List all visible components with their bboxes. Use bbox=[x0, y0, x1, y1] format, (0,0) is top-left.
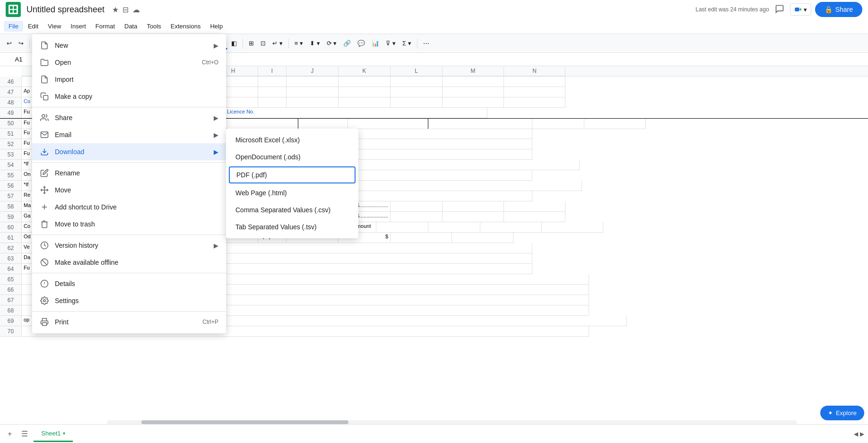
menu-item-import[interactable]: Import bbox=[32, 71, 226, 88]
col-header-m: M bbox=[443, 66, 504, 76]
svg-marker-1 bbox=[799, 8, 801, 11]
download-csv[interactable]: Comma Separated Values (.csv) bbox=[226, 201, 358, 218]
menu-data[interactable]: Data bbox=[120, 21, 142, 32]
last-edit-label: Last edit was 24 minutes ago bbox=[695, 6, 769, 13]
menu-edit[interactable]: Edit bbox=[23, 21, 43, 32]
menu-item-print[interactable]: Print Ctrl+P bbox=[32, 313, 226, 330]
col-header-k: K bbox=[339, 66, 391, 76]
download-pdf[interactable]: PDF (.pdf) bbox=[229, 166, 356, 183]
menu-item-move-trash[interactable]: Move to trash bbox=[32, 216, 226, 233]
menu-item-email[interactable]: Email ▶ bbox=[32, 126, 226, 143]
more-button[interactable]: ⋯ bbox=[420, 38, 432, 49]
function-button[interactable]: Σ ▾ bbox=[399, 38, 414, 49]
import-icon bbox=[40, 75, 49, 84]
new-icon bbox=[40, 41, 49, 50]
horizontal-scrollbar[interactable] bbox=[107, 420, 797, 424]
menu-divider-3 bbox=[32, 235, 226, 235]
download-submenu: Microsoft Excel (.xlsx) OpenDocument (.o… bbox=[226, 129, 358, 238]
menu-item-new[interactable]: New ▶ bbox=[32, 37, 226, 54]
lock-icon: 🔒 bbox=[825, 6, 833, 13]
version-arrow: ▶ bbox=[214, 242, 218, 249]
sheet-tabs: + ☰ Sheet1 ▾ ◀ ▶ bbox=[0, 424, 868, 443]
offline-icon bbox=[40, 258, 49, 267]
menu-item-version-history[interactable]: Version history ▶ bbox=[32, 237, 226, 254]
next-sheet-button[interactable]: ▶ bbox=[860, 431, 864, 437]
add-sheet-button[interactable]: + bbox=[4, 428, 16, 440]
merge-button[interactable]: ⊡ bbox=[258, 38, 269, 49]
add-shortcut-icon bbox=[40, 202, 49, 212]
download-tsv[interactable]: Tab Separated Values (.tsv) bbox=[226, 218, 358, 235]
menu-extensions[interactable]: Extensions bbox=[166, 21, 206, 32]
menu-divider-5 bbox=[32, 311, 226, 312]
comment-inline-button[interactable]: 💬 bbox=[355, 38, 368, 49]
toolbar-divider-6 bbox=[288, 39, 289, 48]
svg-rect-0 bbox=[795, 8, 799, 11]
link-button[interactable]: 🔗 bbox=[340, 38, 354, 49]
menu-bar: File Edit View Insert Format Data Tools … bbox=[0, 19, 868, 34]
sheet-tab-chevron: ▾ bbox=[63, 431, 65, 436]
col-header-j: J bbox=[286, 66, 339, 76]
menu-format[interactable]: Format bbox=[91, 21, 120, 32]
email-icon bbox=[40, 130, 49, 139]
explore-button[interactable]: ✦ Explore bbox=[820, 406, 864, 420]
prev-sheet-button[interactable]: ◀ bbox=[854, 431, 858, 437]
menu-item-offline[interactable]: Make available offline bbox=[32, 254, 226, 271]
svg-point-3 bbox=[42, 114, 45, 117]
menu-item-open[interactable]: Open Ctrl+O bbox=[32, 54, 226, 71]
menu-divider-4 bbox=[32, 273, 226, 273]
share-menu-arrow: ▶ bbox=[214, 114, 218, 122]
border-button[interactable]: ⊞ bbox=[246, 38, 257, 49]
menu-item-add-shortcut[interactable]: Add shortcut to Drive bbox=[32, 199, 226, 216]
move-icon bbox=[40, 185, 49, 195]
folder-icon[interactable]: ⊟ bbox=[122, 5, 129, 14]
chart-button[interactable]: 📊 bbox=[369, 38, 382, 49]
copy-icon bbox=[40, 92, 49, 101]
document-title[interactable]: Untitled spreadsheet bbox=[26, 5, 104, 15]
doc-icons: ★ ⊟ ☁ bbox=[112, 5, 140, 14]
download-ods[interactable]: OpenDocument (.ods) bbox=[226, 148, 358, 165]
menu-item-rename[interactable]: Rename bbox=[32, 165, 226, 182]
wrap-button[interactable]: ↵ ▾ bbox=[269, 38, 286, 49]
rotation-button[interactable]: ⟳ ▾ bbox=[324, 38, 340, 49]
align-button[interactable]: ≡ ▾ bbox=[292, 38, 306, 49]
menu-item-settings[interactable]: Settings bbox=[32, 292, 226, 309]
toolbar-divider-7 bbox=[417, 39, 417, 48]
comment-button[interactable] bbox=[773, 2, 786, 17]
filter-button[interactable]: ⊽ ▾ bbox=[383, 38, 399, 49]
sheet-tab-sheet1[interactable]: Sheet1 ▾ bbox=[34, 426, 72, 442]
print-icon bbox=[40, 317, 49, 327]
menu-item-details[interactable]: Details bbox=[32, 275, 226, 292]
share-button[interactable]: 🔒 Share bbox=[815, 2, 862, 17]
download-html[interactable]: Web Page (.html) bbox=[226, 184, 358, 201]
email-arrow: ▶ bbox=[214, 131, 218, 139]
redo-button[interactable]: ↪ bbox=[16, 38, 26, 49]
menu-view[interactable]: View bbox=[43, 21, 66, 32]
open-icon bbox=[40, 58, 49, 67]
settings-icon bbox=[40, 296, 49, 305]
menu-file[interactable]: File bbox=[4, 21, 23, 32]
sheet-list-button[interactable]: ☰ bbox=[17, 427, 32, 440]
menu-item-move[interactable]: Move bbox=[32, 182, 226, 199]
menu-item-download[interactable]: Download ▶ bbox=[32, 143, 226, 160]
valign-button[interactable]: ⬍ ▾ bbox=[307, 38, 323, 49]
top-bar: Untitled spreadsheet ★ ⊟ ☁ Last edit was… bbox=[0, 0, 868, 19]
download-xlsx[interactable]: Microsoft Excel (.xlsx) bbox=[226, 131, 358, 148]
meet-button[interactable]: ▾ bbox=[790, 3, 811, 16]
menu-item-share[interactable]: Share ▶ bbox=[32, 109, 226, 126]
highlight-button[interactable]: ◧ bbox=[228, 38, 240, 49]
undo-button[interactable]: ↩ bbox=[4, 38, 15, 49]
sheet-nav: ◀ ▶ bbox=[854, 431, 864, 437]
svg-rect-2 bbox=[43, 96, 48, 100]
version-history-icon bbox=[40, 241, 49, 250]
menu-divider-1 bbox=[32, 107, 226, 107]
menu-tools[interactable]: Tools bbox=[142, 21, 165, 32]
star-icon[interactable]: ★ bbox=[112, 5, 119, 14]
scrollbar-thumb[interactable] bbox=[141, 420, 348, 424]
toolbar-divider-1 bbox=[29, 39, 30, 48]
menu-item-make-copy[interactable]: Make a copy bbox=[32, 88, 226, 105]
menu-insert[interactable]: Insert bbox=[66, 21, 91, 32]
menu-help[interactable]: Help bbox=[205, 21, 227, 32]
col-header-n: N bbox=[504, 66, 565, 76]
share-icon bbox=[40, 113, 49, 122]
cloud-icon[interactable]: ☁ bbox=[132, 5, 140, 14]
